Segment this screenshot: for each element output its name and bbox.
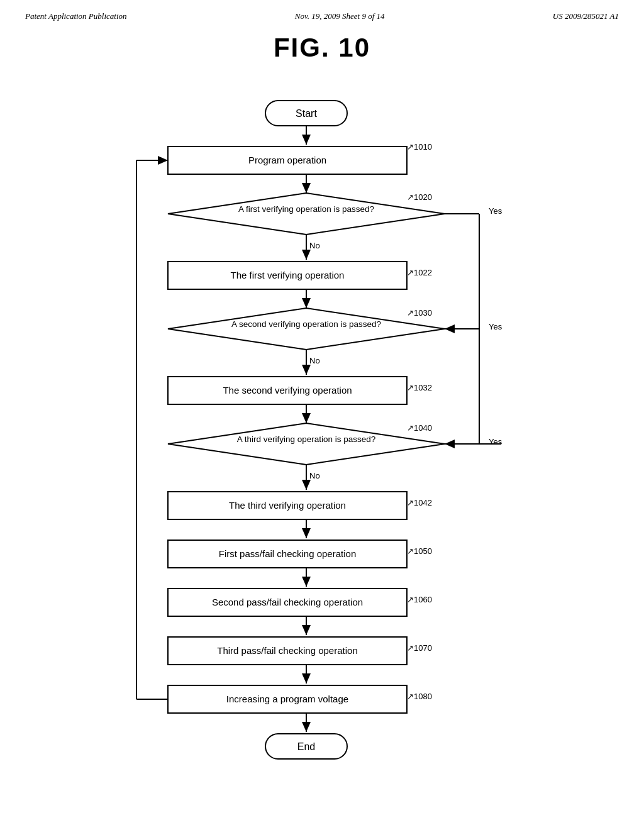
label-1080: Increasing a program voltage — [226, 694, 348, 704]
yes-1020: Yes — [489, 206, 502, 216]
ref-1010: ↗1010 — [407, 142, 432, 152]
label-1040: A third verifying operation is passed? — [237, 434, 376, 444]
ref-1070: ↗1070 — [407, 643, 432, 653]
page-header: Patent Application Publication Nov. 19, … — [0, 0, 644, 26]
yes-1030: Yes — [489, 322, 502, 331]
end-label: End — [297, 741, 315, 752]
ref-1022: ↗1022 — [407, 268, 432, 277]
ref-1032: ↗1032 — [407, 383, 432, 392]
label-1010: Program operation — [248, 155, 326, 165]
label-1060: Second pass/fail checking operation — [212, 597, 363, 607]
diamond-1040 — [168, 423, 445, 465]
label-1020: A first verifying operation is passed? — [238, 204, 374, 214]
start-label: Start — [296, 108, 317, 119]
ref-1050: ↗1050 — [407, 546, 432, 556]
flowchart: Start ↗1010 Program operation ↗1020 Yes … — [86, 82, 558, 805]
figure-title: FIG. 10 — [0, 33, 644, 63]
ref-1020: ↗1020 — [407, 192, 432, 202]
yes-1040: Yes — [489, 437, 502, 446]
header-left: Patent Application Publication — [25, 11, 127, 21]
header-middle: Nov. 19, 2009 Sheet 9 of 14 — [295, 11, 385, 21]
ref-1030: ↗1030 — [407, 308, 432, 318]
label-1042: The third verifying operation — [229, 500, 346, 511]
label-1022: The first verifying operation — [231, 270, 345, 280]
no-1030: No — [309, 356, 320, 365]
header-right: US 2009/285021 A1 — [553, 11, 619, 21]
ref-1080: ↗1080 — [407, 692, 432, 701]
label-1032: The second verifying operation — [223, 385, 352, 396]
flowchart-svg: Start ↗1010 Program operation ↗1020 Yes … — [86, 82, 558, 805]
diamond-1030 — [168, 308, 445, 350]
no-1020: No — [309, 241, 320, 250]
label-1030: A second verifying operation is passed? — [231, 319, 381, 329]
no-1040: No — [309, 471, 320, 480]
label-1070: Third pass/fail checking operation — [217, 645, 357, 656]
ref-1042: ↗1042 — [407, 498, 432, 507]
diamond-1020 — [168, 193, 445, 235]
label-1050: First pass/fail checking operation — [219, 548, 356, 559]
ref-1040: ↗1040 — [407, 423, 432, 433]
ref-1060: ↗1060 — [407, 595, 432, 604]
